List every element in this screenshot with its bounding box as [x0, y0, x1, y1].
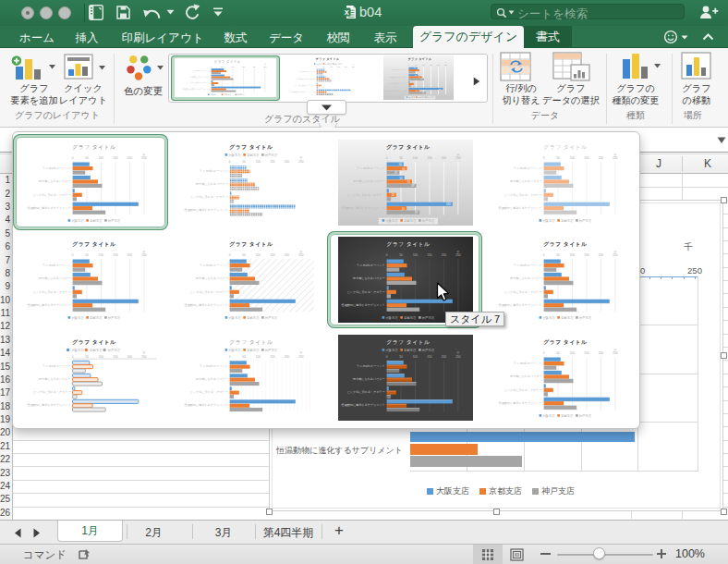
svg-text:神戸支店: 神戸支店 [108, 347, 121, 351]
svg-text:59: 59 [402, 207, 406, 211]
svg-text:恒温動物に進化するサプリメント: 恒温動物に進化するサプリメント [341, 403, 385, 407]
svg-text:ラニ.mark.カーベット: ラニ.mark.カーベット [514, 166, 542, 170]
svg-text:150: 150 [584, 156, 589, 160]
svg-text:京都支店: 京都支店 [247, 153, 260, 157]
svg-text:50: 50 [415, 64, 417, 66]
svg-text:150: 150 [584, 351, 589, 355]
svg-text:150: 150 [113, 253, 118, 257]
svg-text:恒温動物に進化するサプリメント: 恒温動物に進化するサプリメント [498, 401, 542, 405]
svg-text:大阪支店: 大阪支店 [385, 218, 398, 223]
svg-text:ピンク色に染めるヘアカラー: ピンク色に染めるヘアカラー [190, 195, 228, 199]
svg-text:50: 50 [399, 163, 403, 166]
svg-text:0: 0 [229, 160, 231, 164]
svg-text:京都支店: 京都支店 [561, 413, 574, 417]
svg-text:ピンク色に染めるヘアカラー: ピンク色に染めるヘアカラー [504, 193, 542, 197]
svg-text:250: 250 [298, 354, 304, 358]
svg-text:神戸支店: 神戸支店 [108, 315, 121, 320]
svg-text:防水費になれるパウダー: 防水費になれるパウダー [510, 179, 542, 183]
svg-text:0: 0 [72, 156, 74, 160]
svg-text:150: 150 [430, 64, 432, 66]
svg-text:52: 52 [400, 177, 404, 180]
svg-text:京都支店: 京都支店 [247, 348, 260, 351]
svg-text:50: 50 [85, 156, 89, 160]
svg-text:50: 50 [556, 156, 560, 160]
svg-text:防水費になれるパウダー: 防水費になれるパウダー [39, 179, 71, 183]
svg-text:防水費になれるパウダー: 防水費になれるパウダー [196, 377, 228, 381]
svg-text:防水費になれるパウダー: 防水費になれるパウダー [353, 277, 385, 281]
svg-text:50: 50 [556, 253, 560, 257]
svg-text:恒温動物に進化するサプリメント: 恒温動物に進化するサプリメント [184, 303, 228, 307]
svg-text:250: 250 [455, 354, 461, 358]
svg-text:ラニ.mark.カーベット: ラニ.mark.カーベット [514, 362, 542, 365]
svg-text:60: 60 [416, 70, 418, 71]
svg-text:0: 0 [543, 351, 545, 355]
svg-text:大阪支店: 大阪支店 [385, 347, 398, 351]
svg-text:大阪支店: 大阪支店 [228, 153, 241, 157]
svg-text:グラフ タイトル: グラフ タイトル [407, 57, 432, 61]
svg-text:250: 250 [352, 66, 355, 67]
svg-text:100: 100 [570, 351, 576, 355]
svg-text:50: 50 [322, 66, 324, 67]
svg-text:50: 50 [399, 354, 403, 358]
svg-text:グラフ タイトル: グラフ タイトル [72, 144, 115, 150]
svg-text:150: 150 [270, 253, 275, 257]
svg-text:神戸支店: 神戸支店 [422, 218, 435, 223]
svg-text:グラフ タイトル: グラフ タイトル [72, 338, 115, 345]
svg-text:ラニ.mark.カーベット: ラニ.mark.カーベット [200, 364, 228, 368]
svg-text:ピンク色に染めるヘアカラー: ピンク色に染めるヘアカラー [347, 390, 385, 394]
svg-text:京都支店: 京都支店 [90, 348, 103, 351]
svg-text:京都支店: 京都支店 [247, 316, 260, 320]
svg-text:グラフ タイトル: グラフ タイトル [229, 241, 273, 248]
svg-text:50: 50 [242, 253, 246, 257]
svg-text:京都支店: 京都支店 [561, 219, 574, 223]
svg-text:250: 250 [455, 156, 461, 160]
svg-text:グラフ タイトル: グラフ タイトル [72, 241, 115, 248]
svg-text:250: 250 [444, 64, 447, 66]
svg-text:150: 150 [113, 156, 118, 160]
svg-text:神戸支店: 神戸支店 [579, 315, 592, 320]
svg-text:200: 200 [127, 354, 133, 358]
svg-text:京都支店: 京都支店 [404, 219, 417, 223]
svg-text:150: 150 [113, 354, 118, 358]
svg-text:防水費になれるパウダー: 防水費になれるパウダー [510, 374, 542, 378]
svg-text:ピンク色に染めるヘアカラー: ピンク色に染めるヘアカラー [33, 290, 71, 294]
svg-text:グラフ タイトル: グラフ タイトル [315, 57, 340, 61]
svg-text:大阪支店: 大阪支店 [228, 315, 241, 320]
svg-text:X: X [345, 8, 349, 17]
svg-text:200: 200 [599, 351, 604, 355]
svg-text:京都支店: 京都支店 [404, 316, 417, 320]
svg-text:グラフ タイトル: グラフ タイトル [386, 338, 430, 344]
svg-text:100: 100 [256, 354, 261, 358]
svg-text:97: 97 [415, 211, 419, 215]
svg-text:59: 59 [416, 91, 418, 92]
svg-text:0: 0 [386, 253, 388, 257]
svg-text:250: 250 [455, 253, 461, 257]
svg-text:ラニ.mark.カーベット: ラニ.mark.カーベット [357, 166, 385, 170]
svg-text:200: 200 [442, 156, 447, 160]
svg-text:恒温動物に進化するサプリメント: 恒温動物に進化するサプリメント [498, 303, 542, 307]
svg-text:恒温動物に進化するサプリメント: 恒温動物に進化するサプリメント [27, 206, 71, 210]
svg-text:防水費になれるパウダー: 防水費になれるパウダー [353, 377, 385, 381]
svg-text:50: 50 [85, 253, 89, 257]
svg-text:ラニ.mark.カーベット: ラニ.mark.カーベット [42, 264, 71, 267]
svg-text:50: 50 [399, 253, 403, 257]
svg-text:グラフ タイトル: グラフ タイトル [543, 241, 587, 248]
svg-text:195: 195 [439, 89, 442, 90]
svg-text:50: 50 [242, 160, 246, 164]
svg-text:200: 200 [442, 253, 447, 257]
svg-text:ラニ.mark.カーベット: ラニ.mark.カーベット [200, 169, 228, 173]
svg-text:250: 250 [141, 354, 147, 358]
svg-text:恒温動物に進化するサプリメント: 恒温動物に進化するサプリメント [184, 403, 228, 407]
svg-text:250: 250 [613, 351, 618, 355]
svg-text:200: 200 [437, 64, 440, 66]
svg-text:神戸支店: 神戸支店 [265, 153, 278, 157]
svg-text:100: 100 [99, 354, 104, 358]
svg-text:0: 0 [229, 253, 231, 257]
svg-text:0: 0 [72, 253, 74, 257]
svg-text:52: 52 [415, 75, 417, 76]
svg-text:防水費になれるパウダー: 防水費になれるパウダー [353, 179, 385, 183]
svg-text:100: 100 [570, 156, 576, 160]
svg-text:250: 250 [141, 253, 147, 257]
svg-text:250: 250 [298, 160, 304, 164]
svg-text:ラニ.mark.カーベット: ラニ.mark.カーベット [357, 264, 385, 267]
